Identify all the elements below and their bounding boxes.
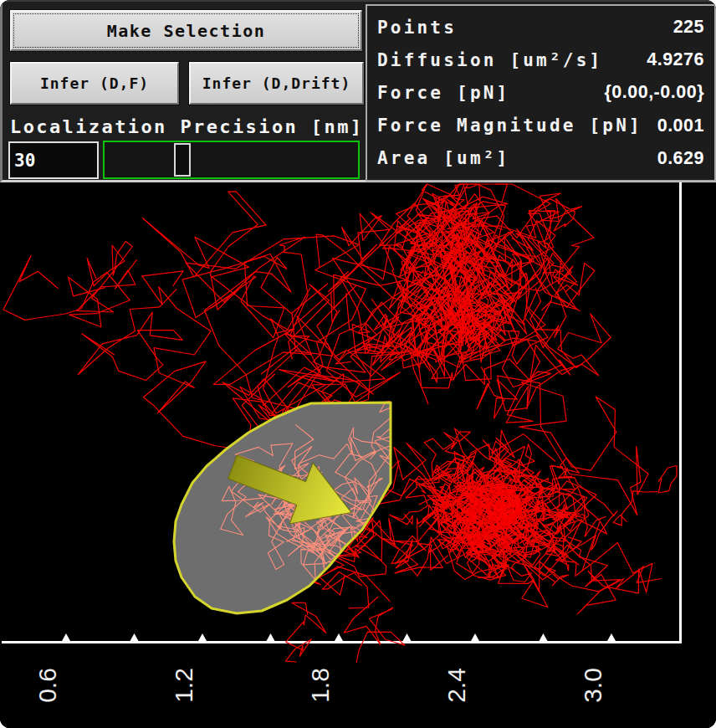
- stat-label: Diffusion [um²/s]: [377, 50, 602, 70]
- axis-tick-label: 2.4: [442, 668, 470, 703]
- stats-panel: Points 225 Diffusion [um²/s] 4.9276 Forc…: [366, 4, 716, 182]
- stat-value: 225: [673, 17, 704, 38]
- stat-label: Area [um²]: [377, 148, 509, 168]
- make-selection-button[interactable]: Make Selection: [10, 10, 362, 51]
- localization-precision-label: Localization Precision [nm]: [10, 116, 364, 137]
- stat-value: 4.9276: [647, 49, 704, 70]
- localization-precision-input[interactable]: [8, 141, 99, 179]
- stat-value: 0.629: [657, 148, 704, 169]
- axis-tick-label: 0.6: [33, 668, 61, 703]
- stat-label: Force [pN]: [377, 83, 509, 103]
- stat-row-force: Force [pN] {0.00,-0.00}: [377, 82, 704, 103]
- stat-row-area: Area [um²] 0.629: [377, 148, 704, 169]
- infer-ddrift-button[interactable]: Infer (D,Drift): [189, 62, 364, 105]
- stat-label: Force Magnitude [pN]: [377, 115, 642, 136]
- stat-row-force-magnitude: Force Magnitude [pN] 0.001: [377, 115, 704, 136]
- stat-row-points: Points 225: [377, 17, 704, 38]
- stat-row-diffusion: Diffusion [um²/s] 4.9276: [377, 49, 704, 70]
- stat-value: {0.00,-0.00}: [604, 82, 704, 103]
- axis-tick-label: 1.8: [306, 668, 334, 703]
- control-panel-left: Make Selection Infer (D,F) Infer (D,Drif…: [3, 2, 364, 182]
- trajectory-canvas[interactable]: 0.61.21.82.43.0: [0, 182, 716, 728]
- infer-df-button[interactable]: Infer (D,F): [10, 62, 179, 105]
- axis-tick-label: 3.0: [579, 668, 606, 703]
- localization-precision-slider[interactable]: [103, 141, 360, 179]
- stat-label: Points: [377, 18, 457, 38]
- control-panel: Make Selection Infer (D,F) Infer (D,Drif…: [0, 0, 716, 182]
- stat-value: 0.001: [657, 115, 704, 136]
- app-window: Make Selection Infer (D,F) Infer (D,Drif…: [0, 0, 716, 728]
- slider-handle[interactable]: [174, 143, 191, 177]
- trajectory-canvas-area: 0.61.21.82.43.0: [0, 182, 716, 728]
- axis-tick-label: 1.2: [170, 668, 197, 703]
